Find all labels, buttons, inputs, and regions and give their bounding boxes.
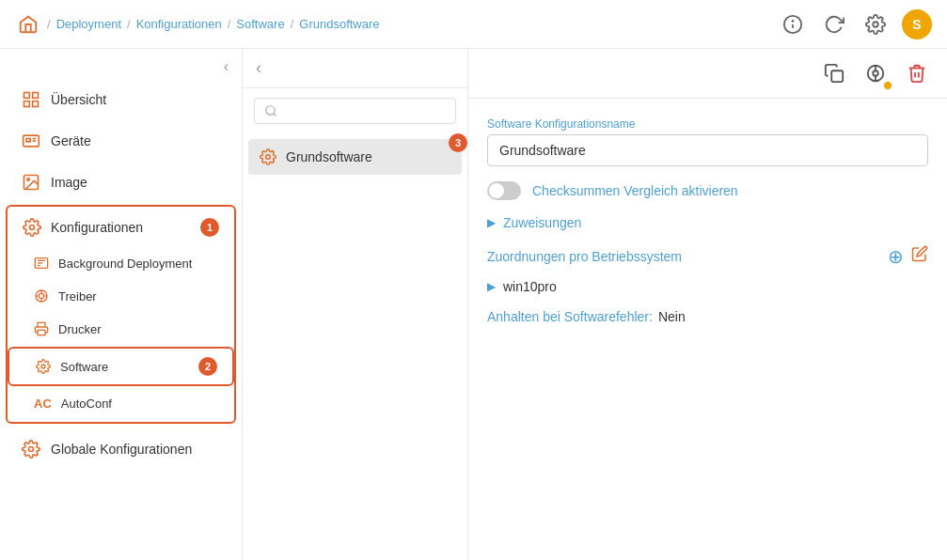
config-badge: 3 [449,133,467,152]
right-panel: Software Konfigurationsname Checksummen … [468,49,947,560]
zuweisungen-chevron: ▶ [487,216,496,229]
toggle-row: Checksummen Vergleich aktivieren [487,181,928,200]
konfigurationen-section: Konfigurationen 1 Background Deployment [6,205,236,424]
konfigurationen-icon [23,218,41,237]
breadcrumb-konfigurationen[interactable]: Konfigurationen [136,17,222,31]
main-layout: ‹ Übersicht Geräte [0,49,947,560]
svg-rect-5 [33,93,39,99]
error-value: Nein [658,309,686,324]
middle-search-container [243,88,467,133]
checksummen-toggle[interactable] [487,181,521,200]
treiber-label: Treiber [58,289,97,303]
checksummen-label: Checksummen Vergleich aktivieren [532,183,738,198]
grundsoftware-icon [260,148,276,165]
delete-icon[interactable] [902,58,932,88]
middle-back-button[interactable]: ‹ [256,58,261,78]
svg-point-27 [29,447,34,452]
autoconf-icon: AC [34,397,52,411]
search-icon [264,104,277,117]
svg-rect-25 [38,330,45,334]
breadcrumb-software[interactable]: Software [236,17,284,31]
sidebar-item-software[interactable]: Software 2 [9,349,232,384]
svg-point-19 [39,293,43,298]
avatar[interactable]: S [902,9,932,39]
sidebar-item-uebersicht-label: Übersicht [51,92,106,107]
software-section: Software 2 [8,347,234,386]
uebersicht-icon [21,89,41,110]
drive-icon[interactable] [860,58,891,88]
middle-header: ‹ [243,49,467,88]
collapse-icon[interactable]: ‹ [224,58,229,75]
background-deployment-label: Background Deployment [58,257,192,271]
refresh-icon[interactable] [819,9,849,39]
svg-point-33 [873,70,878,76]
background-deployment-icon [34,256,49,271]
sidebar-item-drucker[interactable]: Drucker [8,313,234,345]
software-badge: 2 [198,357,217,376]
sidebar: ‹ Übersicht Geräte [0,49,243,560]
breadcrumb-sep-4: / [291,17,294,31]
svg-point-28 [266,106,275,115]
grundsoftware-label: Grundsoftware [286,149,372,164]
svg-point-26 [41,365,45,368]
breadcrumb: / Deployment / Konfigurationen / Softwar… [15,11,380,38]
svg-point-30 [266,155,271,160]
software-icon [36,359,51,374]
add-zuordnung-button[interactable]: ⊕ [888,245,904,268]
konfigurationen-badge: 1 [200,218,219,237]
sidebar-item-geraete-label: Geräte [51,133,91,148]
drucker-icon [34,321,49,336]
sidebar-item-konfigurationen[interactable]: Konfigurationen 1 [8,209,234,246]
topbar: / Deployment / Konfigurationen / Softwar… [0,0,947,49]
error-row: Anhalten bei Softwarefehler: Nein [487,309,928,324]
search-box[interactable] [254,98,456,124]
edit-zuordnung-button[interactable] [911,245,928,268]
sidebar-item-autoconf[interactable]: AC AutoConf [8,388,234,419]
treiber-icon [34,288,49,303]
zuordnungen-section-header: Zuordnungen pro Betriebssystem ⊕ [487,245,928,268]
settings-icon[interactable] [860,9,891,39]
breadcrumb-deployment[interactable]: Deployment [56,17,121,31]
sidebar-item-globale-konfigurationen[interactable]: Globale Konfigurationen [6,429,236,469]
middle-panel: ‹ Grundsoftware [243,49,468,560]
svg-rect-7 [24,101,30,107]
sidebar-item-image-label: Image [51,175,87,190]
field-label: Software Konfigurationsname [487,117,928,131]
software-label: Software [60,360,108,374]
os-entry-win10pro[interactable]: ▶ win10pro [487,279,928,294]
sidebar-item-geraete[interactable]: Geräte [6,121,236,161]
svg-rect-6 [33,101,39,107]
autoconf-label: AutoConf [61,397,112,411]
sidebar-item-background-deployment[interactable]: Background Deployment [8,247,234,279]
right-toolbar [468,49,947,99]
config-item-grundsoftware[interactable]: Grundsoftware 3 [248,139,462,175]
svg-line-29 [274,114,276,117]
zuweisungen-label: Zuweisungen [503,215,581,230]
sidebar-item-uebersicht[interactable]: Übersicht [6,80,236,119]
sidebar-item-treiber[interactable]: Treiber [8,280,234,312]
svg-point-3 [873,22,878,27]
section-actions: ⊕ [888,245,928,268]
topbar-icons: S [778,9,932,39]
geraete-icon [21,131,41,151]
breadcrumb-current: Grundsoftware [299,17,379,31]
info-icon[interactable] [778,9,808,39]
os-label: win10pro [503,279,557,294]
globale-konfigurationen-icon [21,439,41,459]
software-name-input[interactable] [487,134,928,166]
zuweisungen-row[interactable]: ▶ Zuweisungen [487,215,928,230]
sidebar-item-image[interactable]: Image [6,163,236,202]
konfigurationen-sub-items: Background Deployment Tr [8,247,234,419]
breadcrumb-sep-2: / [127,17,131,31]
error-label: Anhalten bei Softwarefehler: [487,309,653,324]
home-icon[interactable] [15,11,41,38]
svg-point-13 [27,179,29,181]
middle-list: Grundsoftware 3 [243,133,467,560]
svg-rect-31 [831,70,843,82]
sidebar-collapse: ‹ [0,49,242,79]
copy-icon[interactable] [819,58,849,88]
zuordnungen-title: Zuordnungen pro Betriebssystem [487,249,682,264]
breadcrumb-sep-1: / [47,17,51,31]
svg-point-14 [30,226,35,230]
os-chevron: ▶ [487,280,496,293]
